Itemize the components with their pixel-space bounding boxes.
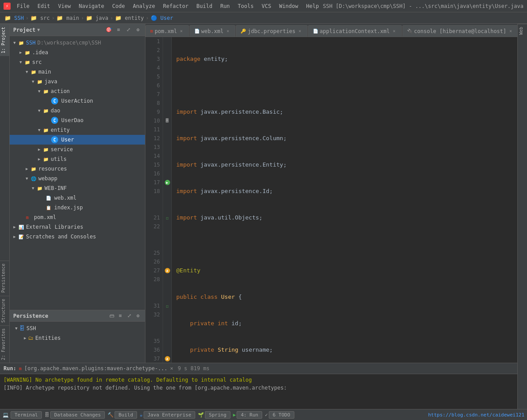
- status-todo[interactable]: 6 TODO: [269, 411, 294, 419]
- tree-item-ssh[interactable]: ▼ 📁 SSH D:\workspace\cmp\SSH: [10, 38, 145, 48]
- project-dropdown[interactable]: ▼: [37, 27, 40, 32]
- tree-item-main[interactable]: ▼ 📁 main: [10, 67, 145, 77]
- pers-icon-expand[interactable]: ⤢: [126, 312, 133, 320]
- menu-build[interactable]: Build: [193, 2, 216, 10]
- gutter-icon-10[interactable]: 🗄: [164, 118, 171, 124]
- tab-jdbc[interactable]: 🔑 jdbc.properties ×: [236, 25, 307, 37]
- bc-src[interactable]: 📁 src: [30, 15, 50, 21]
- gutter-31[interactable]: ☐: [163, 301, 171, 310]
- gutter-10[interactable]: 🗄: [163, 116, 171, 125]
- menu-vcs[interactable]: VCS: [258, 2, 275, 10]
- run-task[interactable]: [org.apache.maven.plugins:maven-archetyp…: [24, 365, 167, 372]
- tab-console[interactable]: 🔌 console [hibernate@localhost] ×: [402, 25, 519, 37]
- pers-tree-ssh[interactable]: ▼ 🗄 SSH: [11, 323, 143, 333]
- menu-file[interactable]: File: [13, 2, 33, 10]
- menu-refactor[interactable]: Refactor: [160, 2, 192, 10]
- menu-code[interactable]: Code: [109, 2, 129, 10]
- tree-item-user[interactable]: C User: [10, 135, 145, 145]
- project-icon-expand[interactable]: ⤢: [125, 26, 132, 33]
- menu-edit[interactable]: Edit: [34, 2, 54, 10]
- status-run[interactable]: 4: Run: [237, 411, 262, 419]
- vtab-favorites[interactable]: 2: Favorites: [0, 325, 10, 363]
- status-java-enterprise[interactable]: Java Enterprise: [144, 411, 195, 419]
- tree-label-utils: utils: [51, 156, 67, 162]
- tab-close-pom[interactable]: ×: [179, 29, 184, 34]
- menu-navigate[interactable]: Navigate: [75, 2, 108, 10]
- menu-view[interactable]: View: [55, 2, 74, 10]
- gutter-icon-31[interactable]: ☐: [164, 303, 171, 309]
- project-icon-settings[interactable]: ⚙: [134, 26, 141, 33]
- bc-user[interactable]: 🔵 User: [151, 15, 173, 21]
- bc-java[interactable]: 📁 java: [86, 15, 108, 21]
- tree-item-useraction[interactable]: C UserAction: [10, 96, 145, 106]
- gutter-37[interactable]: a: [163, 354, 171, 363]
- vtab-structure[interactable]: Structure: [0, 296, 10, 325]
- tab-close-appctx[interactable]: ×: [392, 29, 397, 34]
- folder-icon-idea: 📁: [24, 49, 31, 56]
- tree-item-webxml[interactable]: 📄 web.xml: [10, 193, 145, 203]
- ln-18: 18: [145, 187, 160, 196]
- bc-project[interactable]: 📁 SSH: [4, 15, 24, 21]
- pers-tree-entities[interactable]: ▶ 🗂 Entities: [11, 333, 143, 343]
- gutter-icon-21[interactable]: ☐: [164, 215, 171, 221]
- tree-item-indexjsp[interactable]: 📋 index.jsp: [10, 203, 145, 212]
- run-close-icon[interactable]: ×: [170, 365, 173, 372]
- gutter-4: [163, 63, 171, 72]
- pers-label-entities: Entities: [35, 335, 61, 341]
- tab-appctx[interactable]: 📄 applicationContext.xml ×: [308, 25, 402, 37]
- vertical-tabs-left: 1: Project Persistence Structure 2: Favo…: [0, 24, 10, 363]
- tab-pom[interactable]: m pom.xml ×: [145, 25, 189, 37]
- tree-label-main: main: [38, 69, 51, 75]
- pers-icon-list[interactable]: ≡: [117, 312, 124, 320]
- code-content[interactable]: package entity; import javax.persistence…: [172, 37, 527, 363]
- tree-item-action[interactable]: ▼ 📁 action: [10, 86, 145, 96]
- status-url[interactable]: https://blog.csdn.net/caidewei121: [428, 412, 524, 418]
- vtab-project[interactable]: 1: Project: [0, 24, 10, 56]
- tabs-bar: m pom.xml × 📄 web.xml × 🔑 jdbc.propertie…: [145, 24, 527, 37]
- menu-help[interactable]: Help: [303, 2, 323, 10]
- menu-tools[interactable]: Tools: [234, 2, 257, 10]
- tree-item-src[interactable]: ▼ 📁 src: [10, 57, 145, 67]
- status-spring[interactable]: Spring: [205, 411, 230, 419]
- tree-item-utils[interactable]: ▶ 📁 utils: [10, 154, 145, 164]
- tree-item-idea[interactable]: ▶ 📁 .idea: [10, 48, 145, 57]
- vtab-persistence[interactable]: Persistence: [0, 260, 10, 295]
- tree-item-dao[interactable]: ▼ 📁 dao: [10, 106, 145, 115]
- vtab-web[interactable]: Web: [518, 24, 527, 37]
- status-terminal[interactable]: Terminal: [11, 411, 42, 419]
- tree-item-extlibs[interactable]: ▶ 📊 External Libraries: [10, 222, 145, 232]
- pers-icon-view[interactable]: 🗃: [108, 312, 115, 320]
- project-icon-locate[interactable]: 🎯: [105, 26, 112, 33]
- tab-webxml[interactable]: 📄 web.xml ×: [189, 25, 236, 37]
- tree-item-resources[interactable]: ▶ 📁 resources: [10, 164, 145, 174]
- gutter-17[interactable]: ▶: [163, 178, 171, 187]
- bc-main[interactable]: 📁 main: [56, 15, 79, 21]
- tree-item-scratches[interactable]: ▶ 📝 Scratches and Consoles: [10, 232, 145, 242]
- tree-item-pomxml[interactable]: m pom.xml: [10, 212, 145, 222]
- folder-icon-scratches: 📝: [18, 233, 25, 240]
- tree-item-java[interactable]: ▼ 📁 java: [10, 77, 145, 86]
- tree-item-webapp[interactable]: ▼ 🌐 webapp: [10, 174, 145, 183]
- tree-item-service[interactable]: ▶ 📁 service: [10, 145, 145, 154]
- bc-entity[interactable]: 📁 entity: [115, 15, 144, 21]
- status-db-changes[interactable]: Database Changes: [50, 411, 105, 419]
- gutter-21[interactable]: ☐: [163, 213, 171, 222]
- gutter-27[interactable]: a: [163, 266, 171, 275]
- menu-window[interactable]: Window: [275, 2, 301, 10]
- tree-item-userdao[interactable]: C UserDao: [10, 115, 145, 125]
- status-build[interactable]: Build: [115, 411, 137, 419]
- tab-close-console[interactable]: ×: [508, 29, 513, 34]
- gutter-icon-17[interactable]: ▶: [165, 180, 170, 185]
- tab-close-webxml[interactable]: ×: [225, 29, 230, 34]
- menu-analyze[interactable]: Analyze: [129, 2, 159, 10]
- gutter-icon-37[interactable]: a: [165, 356, 170, 361]
- tree-item-webinf[interactable]: ▼ 📁 WEB-INF: [10, 183, 145, 193]
- menu-run[interactable]: Run: [217, 2, 234, 10]
- gutter-1: [163, 37, 171, 46]
- pers-icon-settings[interactable]: ⚙: [134, 312, 141, 320]
- gutter-icon-27[interactable]: a: [165, 268, 170, 273]
- tree-item-entity[interactable]: ▼ 📁 entity: [10, 125, 145, 135]
- ln-13: 13: [145, 143, 160, 152]
- project-icon-collapse[interactable]: ≡: [115, 26, 122, 33]
- tab-close-jdbc[interactable]: ×: [297, 29, 303, 34]
